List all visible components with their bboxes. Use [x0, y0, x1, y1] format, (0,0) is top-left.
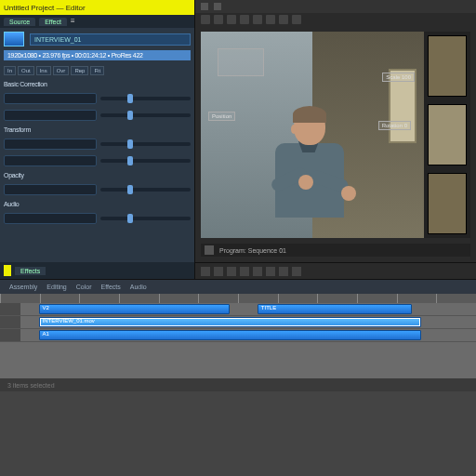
marker-icon[interactable]	[4, 265, 11, 276]
param-row	[4, 93, 191, 104]
param-input[interactable]	[4, 110, 97, 121]
param-slider[interactable]	[100, 97, 192, 100]
btn-in[interactable]: In	[4, 66, 16, 75]
panel-body: INTERVIEW_01 1920x1080 • 23.976 fps • 00…	[0, 28, 194, 262]
param-input[interactable]	[4, 184, 97, 195]
hair	[293, 106, 326, 123]
ws-audio[interactable]: Audio	[130, 284, 147, 290]
timeline-clip[interactable]: A1	[39, 330, 422, 340]
window-ctrl-icon[interactable]	[201, 3, 208, 10]
param-slider[interactable]	[100, 217, 192, 220]
track-lane[interactable]: V2TITLE	[20, 303, 476, 315]
param-slider[interactable]	[100, 188, 192, 192]
param-slider[interactable]	[100, 113, 192, 117]
step-fwd-icon[interactable]	[240, 267, 249, 276]
window-title-bar[interactable]: Untitled Project — Editor	[0, 0, 194, 15]
scopes-column	[424, 32, 470, 238]
section-transform[interactable]: Transform	[4, 126, 191, 133]
param-input[interactable]	[4, 213, 97, 224]
go-start-icon[interactable]	[201, 267, 210, 276]
track-header[interactable]	[0, 303, 20, 315]
top-row: Untitled Project — Editor Source Effect …	[0, 0, 476, 279]
scope-histogram[interactable]	[428, 173, 467, 234]
video-frame[interactable]: Scale 100 Position Rotation 0	[201, 32, 424, 238]
ws-assembly[interactable]: Assembly	[9, 284, 37, 290]
tool-icon[interactable]	[253, 15, 262, 24]
tool-icon[interactable]	[279, 15, 288, 24]
panel-menu-icon[interactable]: ≡	[71, 17, 80, 26]
monitor-titlebar[interactable]	[195, 0, 476, 13]
tab-source[interactable]: Source	[4, 18, 35, 26]
go-end-icon[interactable]	[253, 267, 262, 276]
param-row	[4, 139, 191, 150]
ws-editing[interactable]: Editing	[46, 284, 66, 290]
param-input[interactable]	[4, 139, 97, 150]
empty-area	[0, 391, 476, 476]
timeline-clip[interactable]: INTERVIEW_01.mov	[39, 317, 422, 327]
clip-header: INTERVIEW_01	[4, 32, 191, 46]
timeline-track[interactable]: INTERVIEW_01.mov	[0, 316, 476, 329]
param-input[interactable]	[4, 93, 97, 104]
section-basic[interactable]: Basic Correction	[4, 81, 191, 87]
monitor-toolbar	[195, 13, 476, 26]
overlay-selection[interactable]	[218, 48, 264, 76]
btn-fit[interactable]: Fit	[90, 66, 104, 75]
viewer-label: Program: Sequence 01	[219, 247, 286, 254]
timeline-clip[interactable]: TITLE	[258, 304, 413, 314]
btn-rep[interactable]: Rep	[71, 66, 88, 75]
track-lane[interactable]: INTERVIEW_01.mov	[20, 316, 476, 328]
clip-name[interactable]: INTERVIEW_01	[30, 33, 191, 46]
clip-thumbnail[interactable]	[4, 32, 24, 46]
tool-icon[interactable]	[266, 15, 275, 24]
overlay-rotation[interactable]: Rotation 0	[378, 121, 411, 130]
btn-out[interactable]: Out	[18, 66, 34, 75]
section-audio[interactable]: Audio	[4, 201, 191, 207]
transport-bar	[195, 262, 476, 279]
timeline-track[interactable]: V2TITLE	[0, 303, 476, 316]
scope-waveform[interactable]	[428, 35, 467, 97]
ear	[291, 125, 297, 134]
status-bar: 3 items selected	[0, 378, 476, 391]
step-back-icon[interactable]	[214, 267, 223, 276]
btn-ins[interactable]: Ins	[36, 66, 51, 75]
time-ruler[interactable]	[0, 294, 476, 303]
clip-info-bar: 1920x1080 • 23.976 fps • 00:01:24:12 • P…	[4, 50, 191, 60]
overlay-position[interactable]: Position	[208, 112, 235, 121]
play-icon[interactable]	[227, 267, 236, 276]
mark-out-icon[interactable]	[292, 267, 301, 276]
param-input[interactable]	[4, 155, 97, 166]
tool-icon[interactable]	[201, 15, 210, 24]
footer-tab[interactable]: Effects	[15, 267, 46, 275]
timeline-panel: V2TITLEINTERVIEW_01.movA1	[0, 294, 476, 378]
play-icon[interactable]	[205, 245, 214, 255]
tool-icon[interactable]	[240, 15, 249, 24]
status-text: 3 items selected	[7, 382, 55, 389]
ws-color[interactable]: Color	[76, 284, 92, 290]
tool-icon[interactable]	[214, 15, 223, 24]
param-slider[interactable]	[100, 159, 192, 163]
track-header[interactable]	[0, 329, 20, 341]
btn-ovr[interactable]: Ovr	[53, 66, 70, 75]
param-slider[interactable]	[100, 142, 192, 146]
track-header[interactable]	[0, 316, 20, 328]
overlay-scale[interactable]: Scale 100	[382, 73, 415, 82]
tool-icon[interactable]	[292, 15, 301, 24]
param-row	[4, 213, 191, 224]
scope-vectorscope[interactable]	[428, 104, 467, 165]
workspace-strip: Assembly Editing Color Effects Audio	[0, 279, 476, 294]
section-opacity[interactable]: Opacity	[4, 172, 191, 178]
window-ctrl-icon[interactable]	[214, 3, 221, 10]
timeline-track[interactable]: A1	[0, 329, 476, 342]
tool-icon[interactable]	[227, 15, 236, 24]
timeline-clip[interactable]: V2	[39, 304, 231, 314]
loop-icon[interactable]	[266, 267, 275, 276]
mark-in-icon[interactable]	[279, 267, 288, 276]
tab-effect[interactable]: Effect	[39, 18, 67, 26]
ws-effects[interactable]: Effects	[100, 284, 120, 290]
viewer-area: Scale 100 Position Rotation 0	[201, 32, 470, 238]
subject-person	[252, 108, 354, 238]
hand	[298, 175, 313, 190]
param-row	[4, 155, 191, 166]
track-lane[interactable]: A1	[20, 329, 476, 341]
param-row	[4, 110, 191, 121]
